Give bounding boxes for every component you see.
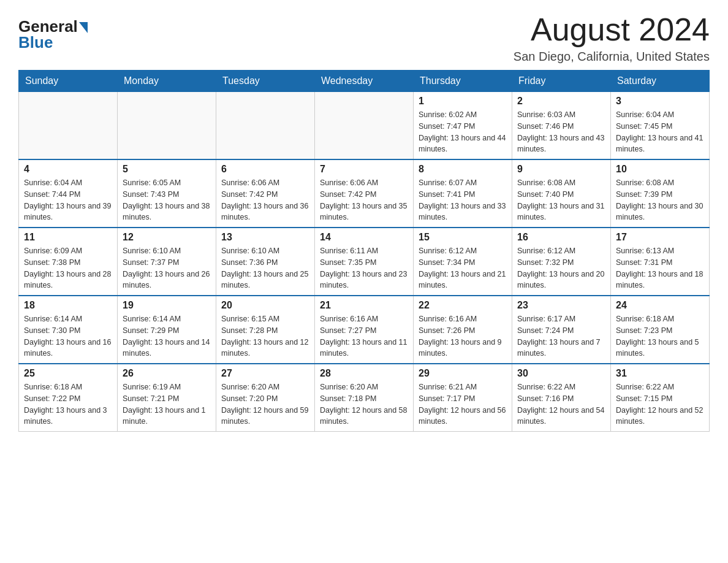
day-number: 30 [517,368,605,379]
day-info: Sunrise: 6:13 AMSunset: 7:31 PMDaylight:… [616,245,704,291]
calendar-day-cell [216,92,315,160]
calendar-table: SundayMondayTuesdayWednesdayThursdayFrid… [18,70,710,432]
calendar-day-cell: 31Sunrise: 6:22 AMSunset: 7:15 PMDayligh… [611,364,710,432]
calendar-day-cell: 30Sunrise: 6:22 AMSunset: 7:16 PMDayligh… [512,364,611,432]
day-number: 14 [320,232,408,243]
day-number: 7 [320,164,408,175]
day-info: Sunrise: 6:16 AMSunset: 7:27 PMDaylight:… [320,313,408,359]
day-info: Sunrise: 6:10 AMSunset: 7:36 PMDaylight:… [221,245,309,291]
day-number: 20 [221,300,309,311]
logo-blue-text: Blue [18,34,88,50]
logo-triangle-icon [79,22,88,33]
calendar-week-row: 4Sunrise: 6:04 AMSunset: 7:44 PMDaylight… [19,159,710,228]
main-title: August 2024 [514,12,710,47]
calendar-day-cell: 25Sunrise: 6:18 AMSunset: 7:22 PMDayligh… [19,364,118,432]
day-number: 2 [517,96,605,107]
day-number: 27 [221,368,309,379]
day-info: Sunrise: 6:14 AMSunset: 7:30 PMDaylight:… [24,313,112,359]
day-number: 28 [320,368,408,379]
title-block: August 2024 San Diego, California, Unite… [514,12,710,64]
day-info: Sunrise: 6:18 AMSunset: 7:22 PMDaylight:… [24,381,112,427]
day-number: 12 [123,232,211,243]
calendar-day-cell: 12Sunrise: 6:10 AMSunset: 7:37 PMDayligh… [118,228,216,296]
day-info: Sunrise: 6:22 AMSunset: 7:16 PMDaylight:… [517,381,605,427]
day-info: Sunrise: 6:19 AMSunset: 7:21 PMDaylight:… [123,381,211,427]
day-info: Sunrise: 6:17 AMSunset: 7:24 PMDaylight:… [517,313,605,359]
calendar-day-cell: 28Sunrise: 6:20 AMSunset: 7:18 PMDayligh… [315,364,414,432]
weekday-header-sunday: Sunday [19,71,118,92]
calendar-day-cell: 7Sunrise: 6:06 AMSunset: 7:42 PMDaylight… [315,159,414,228]
day-number: 25 [24,368,112,379]
calendar-day-cell: 15Sunrise: 6:12 AMSunset: 7:34 PMDayligh… [414,228,512,296]
day-number: 8 [419,164,507,175]
day-info: Sunrise: 6:06 AMSunset: 7:42 PMDaylight:… [221,177,309,223]
weekday-header-tuesday: Tuesday [216,71,315,92]
page-header: General Blue August 2024 San Diego, Cali… [18,12,710,64]
day-number: 22 [419,300,507,311]
day-info: Sunrise: 6:06 AMSunset: 7:42 PMDaylight:… [320,177,408,223]
calendar-day-cell: 9Sunrise: 6:08 AMSunset: 7:40 PMDaylight… [512,159,611,228]
calendar-day-cell: 1Sunrise: 6:02 AMSunset: 7:47 PMDaylight… [414,92,512,160]
day-number: 16 [517,232,605,243]
calendar-day-cell: 21Sunrise: 6:16 AMSunset: 7:27 PMDayligh… [315,296,414,364]
day-info: Sunrise: 6:18 AMSunset: 7:23 PMDaylight:… [616,313,704,359]
day-info: Sunrise: 6:14 AMSunset: 7:29 PMDaylight:… [123,313,211,359]
subtitle: San Diego, California, United States [514,50,710,64]
day-info: Sunrise: 6:03 AMSunset: 7:46 PMDaylight:… [517,109,605,155]
day-number: 24 [616,300,704,311]
weekday-header-friday: Friday [512,71,611,92]
calendar-day-cell: 27Sunrise: 6:20 AMSunset: 7:20 PMDayligh… [216,364,315,432]
day-info: Sunrise: 6:12 AMSunset: 7:34 PMDaylight:… [419,245,507,291]
day-info: Sunrise: 6:05 AMSunset: 7:43 PMDaylight:… [123,177,211,223]
day-number: 31 [616,368,704,379]
calendar-day-cell [315,92,414,160]
calendar-day-cell: 10Sunrise: 6:08 AMSunset: 7:39 PMDayligh… [611,159,710,228]
calendar-day-cell [19,92,118,160]
day-info: Sunrise: 6:08 AMSunset: 7:39 PMDaylight:… [616,177,704,223]
day-number: 18 [24,300,112,311]
calendar-day-cell: 2Sunrise: 6:03 AMSunset: 7:46 PMDaylight… [512,92,611,160]
calendar-week-row: 25Sunrise: 6:18 AMSunset: 7:22 PMDayligh… [19,364,710,432]
day-info: Sunrise: 6:20 AMSunset: 7:18 PMDaylight:… [320,381,408,427]
day-info: Sunrise: 6:16 AMSunset: 7:26 PMDaylight:… [419,313,507,359]
day-info: Sunrise: 6:15 AMSunset: 7:28 PMDaylight:… [221,313,309,359]
calendar-day-cell: 4Sunrise: 6:04 AMSunset: 7:44 PMDaylight… [19,159,118,228]
calendar-day-cell [118,92,216,160]
day-info: Sunrise: 6:20 AMSunset: 7:20 PMDaylight:… [221,381,309,427]
day-number: 15 [419,232,507,243]
calendar-week-row: 1Sunrise: 6:02 AMSunset: 7:47 PMDaylight… [19,92,710,160]
day-number: 3 [616,96,704,107]
logo-general-text: General [18,18,78,34]
day-number: 1 [419,96,507,107]
calendar-week-row: 18Sunrise: 6:14 AMSunset: 7:30 PMDayligh… [19,296,710,364]
day-info: Sunrise: 6:04 AMSunset: 7:44 PMDaylight:… [24,177,112,223]
calendar-day-cell: 29Sunrise: 6:21 AMSunset: 7:17 PMDayligh… [414,364,512,432]
day-info: Sunrise: 6:07 AMSunset: 7:41 PMDaylight:… [419,177,507,223]
day-number: 10 [616,164,704,175]
weekday-header-saturday: Saturday [611,71,710,92]
day-number: 26 [123,368,211,379]
day-info: Sunrise: 6:09 AMSunset: 7:38 PMDaylight:… [24,245,112,291]
weekday-header-monday: Monday [118,71,216,92]
day-number: 11 [24,232,112,243]
day-number: 29 [419,368,507,379]
calendar-week-row: 11Sunrise: 6:09 AMSunset: 7:38 PMDayligh… [19,228,710,296]
day-info: Sunrise: 6:08 AMSunset: 7:40 PMDaylight:… [517,177,605,223]
calendar-day-cell: 16Sunrise: 6:12 AMSunset: 7:32 PMDayligh… [512,228,611,296]
calendar-header-row: SundayMondayTuesdayWednesdayThursdayFrid… [19,71,710,92]
calendar-day-cell: 18Sunrise: 6:14 AMSunset: 7:30 PMDayligh… [19,296,118,364]
day-info: Sunrise: 6:22 AMSunset: 7:15 PMDaylight:… [616,381,704,427]
calendar-day-cell: 17Sunrise: 6:13 AMSunset: 7:31 PMDayligh… [611,228,710,296]
calendar-day-cell: 5Sunrise: 6:05 AMSunset: 7:43 PMDaylight… [118,159,216,228]
calendar-day-cell: 19Sunrise: 6:14 AMSunset: 7:29 PMDayligh… [118,296,216,364]
calendar-day-cell: 3Sunrise: 6:04 AMSunset: 7:45 PMDaylight… [611,92,710,160]
day-number: 23 [517,300,605,311]
day-number: 19 [123,300,211,311]
day-number: 21 [320,300,408,311]
day-number: 17 [616,232,704,243]
day-number: 4 [24,164,112,175]
calendar-day-cell: 20Sunrise: 6:15 AMSunset: 7:28 PMDayligh… [216,296,315,364]
day-info: Sunrise: 6:11 AMSunset: 7:35 PMDaylight:… [320,245,408,291]
weekday-header-thursday: Thursday [414,71,512,92]
day-number: 9 [517,164,605,175]
